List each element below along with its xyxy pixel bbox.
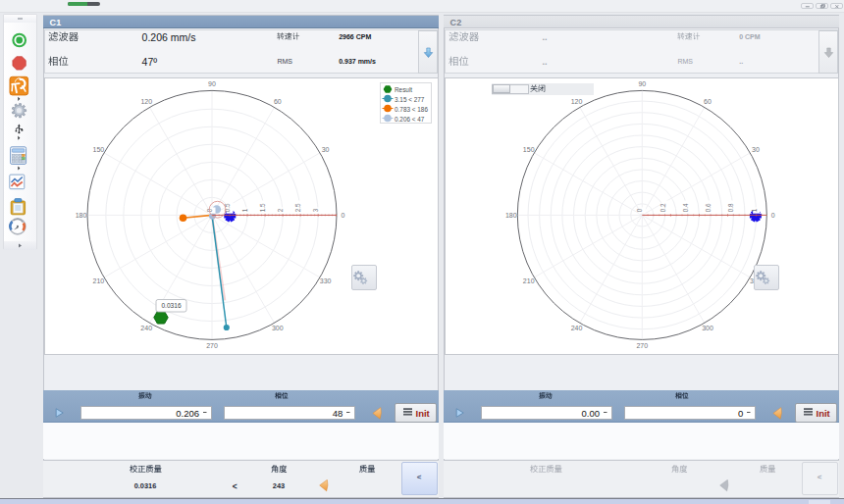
svg-text:300: 300 [272,325,284,331]
svg-text:0.8: 0.8 [727,203,734,212]
svg-text:Init: Init [415,407,430,418]
svg-text:270: 270 [206,342,218,349]
svg-text:0.5: 0.5 [224,203,231,212]
svg-text:0.4: 0.4 [682,203,689,212]
svg-text:Init: Init [816,407,830,418]
svg-text:180: 180 [76,212,87,219]
svg-text:1: 1 [751,208,758,212]
svg-text:240: 240 [140,325,152,331]
svg-text:60: 60 [274,98,282,105]
svg-text:0: 0 [636,208,643,212]
svg-text:30: 30 [752,146,760,153]
svg-text:150: 150 [93,146,105,153]
svg-text:330: 330 [320,277,332,284]
svg-text:3: 3 [312,208,319,212]
svg-text:210: 210 [93,277,105,284]
svg-text:0.6: 0.6 [705,203,712,212]
svg-text:120: 120 [140,98,152,105]
svg-text:1.5: 1.5 [259,203,266,212]
svg-text:0: 0 [771,212,775,219]
svg-text:300: 300 [702,325,713,331]
svg-text:0: 0 [342,212,345,219]
svg-text:0.0316: 0.0316 [161,302,182,309]
svg-text:240: 240 [571,325,583,331]
svg-text:2: 2 [277,208,284,212]
svg-text:30: 30 [322,146,330,153]
svg-text:2.5: 2.5 [294,203,301,212]
svg-text:120: 120 [571,98,583,105]
svg-text:210: 210 [523,277,535,284]
svg-text:150: 150 [523,146,535,153]
svg-text:270: 270 [636,342,648,349]
svg-text:90: 90 [638,80,646,87]
svg-text:1: 1 [241,208,248,212]
svg-text:60: 60 [704,98,712,105]
svg-text:180: 180 [505,212,517,219]
svg-text:90: 90 [208,80,216,87]
svg-text:0.2: 0.2 [659,203,666,212]
